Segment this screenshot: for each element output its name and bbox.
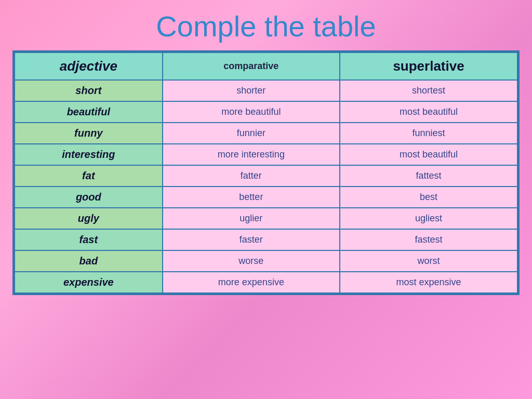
comparative-cell: more beautiful [163, 101, 340, 123]
page-title: Comple the table [0, 0, 532, 50]
comparative-cell: uglier [163, 208, 340, 229]
adjective-cell: ugly [15, 208, 163, 229]
table-row: shortshortershortest [15, 80, 517, 101]
superlative-cell: ugliest [340, 208, 517, 229]
adjective-cell: bad [15, 250, 163, 272]
superlative-cell: funniest [340, 123, 517, 144]
col-header-superlative: superlative [340, 52, 517, 80]
superlative-cell: best [340, 187, 517, 208]
comparative-cell: more expensive [163, 272, 340, 293]
adjective-cell: funny [15, 123, 163, 144]
table-body: shortshortershortestbeautifulmore beauti… [15, 80, 517, 293]
col-header-adjective: adjective [15, 52, 163, 80]
comparative-cell: funnier [163, 123, 340, 144]
table-row: expensivemore expensivemost expensive [15, 272, 517, 293]
col-header-comparative: comparative [163, 52, 340, 80]
comparative-cell: more interesting [163, 144, 340, 165]
table-row: uglyuglierugliest [15, 208, 517, 229]
superlative-cell: shortest [340, 80, 517, 101]
comparative-cell: shorter [163, 80, 340, 101]
adjective-cell: expensive [15, 272, 163, 293]
adjective-cell: fat [15, 165, 163, 187]
adjective-cell: interesting [15, 144, 163, 165]
table-row: goodbetterbest [15, 187, 517, 208]
comparative-cell: faster [163, 229, 340, 250]
table-row: badworseworst [15, 250, 517, 272]
table-row: funnyfunnierfunniest [15, 123, 517, 144]
comparative-cell: better [163, 187, 340, 208]
superlative-cell: most beautiful [340, 101, 517, 123]
table-container: adjective comparative superlative shorts… [12, 50, 520, 295]
comparative-cell: worse [163, 250, 340, 272]
superlative-cell: worst [340, 250, 517, 272]
adjectives-table: adjective comparative superlative shorts… [14, 52, 518, 294]
header-row: adjective comparative superlative [15, 52, 517, 80]
table-row: beautifulmore beautifulmost beautiful [15, 101, 517, 123]
table-row: interestingmore interestingmost beautifu… [15, 144, 517, 165]
superlative-cell: fastest [340, 229, 517, 250]
adjective-cell: short [15, 80, 163, 101]
adjective-cell: beautiful [15, 101, 163, 123]
adjective-cell: fast [15, 229, 163, 250]
comparative-cell: fatter [163, 165, 340, 187]
adjective-cell: good [15, 187, 163, 208]
superlative-cell: fattest [340, 165, 517, 187]
table-header: adjective comparative superlative [15, 52, 517, 80]
superlative-cell: most expensive [340, 272, 517, 293]
table-row: fastfasterfastest [15, 229, 517, 250]
superlative-cell: most beautiful [340, 144, 517, 165]
table-row: fatfatterfattest [15, 165, 517, 187]
